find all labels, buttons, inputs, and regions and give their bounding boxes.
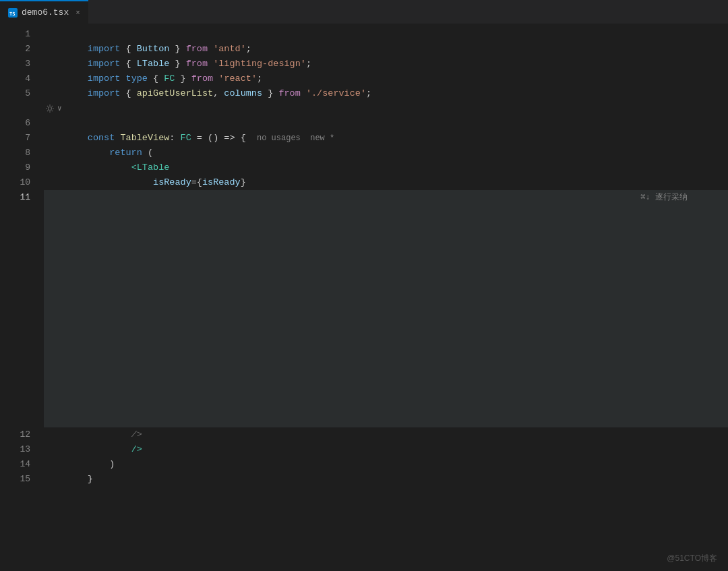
codelens-row: ∨: [44, 101, 728, 116]
ghost-line-6: formItems={formItems}: [44, 264, 728, 279]
code-line-1: import { Button } from 'antd';: [44, 27, 728, 42]
line-num-2: 2: [0, 42, 30, 57]
code-line-9: isReady={isReady}: [44, 160, 728, 175]
tab-close-button[interactable]: ×: [75, 9, 80, 17]
line-num-14: 14: [0, 457, 30, 472]
line-num-ghost-5: [0, 264, 30, 279]
line-num-ghost-9: [0, 324, 30, 338]
line-num-ghost-7: [0, 294, 30, 309]
ghost-line-10: const res: Record<string, any> = await a…: [44, 324, 728, 338]
editor-container: TS demo6.tsx × 1 2 3 4 5 6 7 8 9 10 11: [0, 0, 728, 571]
line-num-15: 15: [0, 472, 30, 487]
code-line-8: <LTable: [44, 146, 728, 160]
tab-bar: TS demo6.tsx ×: [0, 0, 728, 24]
line-num-4: 4: [0, 71, 30, 86]
line-num-3: 3: [0, 57, 30, 71]
inline-hint-accept: ⌘↓ 逐行采纳: [640, 190, 688, 205]
line-num-9: 9: [0, 160, 30, 175]
ghost-line-14: };: [44, 383, 728, 398]
svg-point-2: [49, 107, 52, 111]
editor-body: 1 2 3 4 5 6 7 8 9 10 11: [0, 24, 728, 571]
line-num-ghost-13: [0, 383, 30, 398]
line-num-ghost-4: [0, 249, 30, 264]
code-line-5: [44, 86, 728, 101]
line-numbers-gutter: 1 2 3 4 5 6 7 8 9 10 11: [0, 24, 37, 571]
settings-gear-icon: [45, 104, 55, 113]
line-num-5: 5: [0, 86, 30, 101]
line-num-ghost-12: [0, 368, 30, 383]
line-num-ghost-11: [0, 353, 30, 368]
watermark: @51CTO博客: [667, 551, 717, 566]
line-num-ghost-2: [0, 220, 30, 235]
line-num-1: 1: [0, 27, 30, 42]
code-line-6: const TableView: FC = () => { no usages …: [44, 116, 728, 131]
ghost-line-13: total: res.total,: [44, 368, 728, 383]
line-num-6: 6: [0, 116, 30, 131]
line-num-ghost-10: [0, 338, 30, 353]
ghost-line-12: data: res.list,: [44, 353, 728, 368]
line-num-ghost-8: [0, 309, 30, 324]
ghost-line-7: formRef={formRef}: [44, 279, 728, 294]
line-num-ghost-1: [0, 205, 30, 220]
ghost-line-5: }: [44, 249, 728, 264]
line-num-ghost-14: [0, 398, 30, 413]
line-num-ghost-15: [0, 413, 30, 427]
code-line-11: formInitialValues={formInitialValues} ⌘↓…: [44, 190, 728, 205]
line-num-10: 10: [0, 175, 30, 190]
code-line-10: [44, 175, 728, 190]
code-line-12: />: [44, 427, 728, 442]
tsx-icon: TS: [8, 8, 18, 18]
ghost-line-15: }}: [44, 398, 728, 413]
ghost-line-2: rowKey="key": [44, 205, 728, 220]
code-line-7: return (: [44, 131, 728, 146]
ghost-line-3: tableRef={tableRef}: [44, 220, 728, 235]
line-num-codelens: [0, 101, 30, 116]
line-num-11: 11: [0, 190, 30, 205]
code-line-3: import type { FC } from 'react';: [44, 57, 728, 71]
svg-text:TS: TS: [9, 11, 15, 17]
line-num-ghost-6: [0, 279, 30, 294]
code-line-15: [44, 472, 728, 487]
line-num-12: 12: [0, 427, 30, 442]
code-line-2: import { LTable } from 'lighting-design'…: [44, 42, 728, 57]
ghost-line-11: return {: [44, 338, 728, 353]
ghost-line-8: columns={columns}: [44, 294, 728, 309]
code-line-13: ): [44, 442, 728, 457]
line-num-7: 7: [0, 131, 30, 146]
code-line-14: }: [44, 457, 728, 472]
line-num-ghost-3: [0, 235, 30, 249]
ghost-line-9: request={async (params, requestType) => …: [44, 309, 728, 324]
tab-filename: demo6.tsx: [22, 7, 69, 18]
ghost-line-close: />: [44, 413, 728, 427]
line-num-8: 8: [0, 146, 30, 160]
file-tab[interactable]: TS demo6.tsx ×: [0, 0, 88, 24]
code-editor[interactable]: import { Button } from 'antd'; import { …: [37, 24, 728, 571]
ghost-line-4: toolbarLeft={: [44, 235, 728, 249]
line-num-13: 13: [0, 442, 30, 457]
code-line-4: import { apiGetUserList, columns } from …: [44, 71, 728, 86]
